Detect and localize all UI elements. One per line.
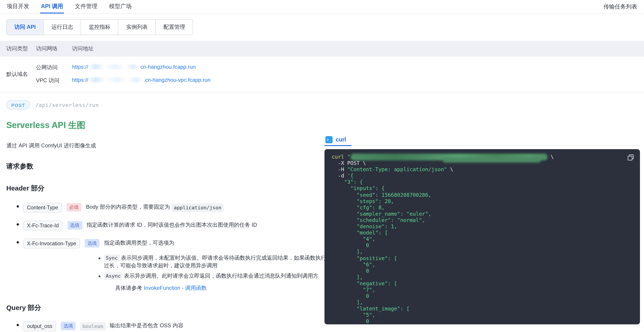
- code-token: \: [548, 154, 554, 160]
- option-desc: 表示同步调用，未配置时为该值。即请求会等待函数执行完成返回结果，如果函数执行时间…: [104, 255, 337, 269]
- curl-command: curl " \ -X POST \ -H "Content-Type: app…: [332, 153, 633, 324]
- url-prefix: https://: [72, 64, 88, 70]
- access-table-header: 访问类型 访问网络 访问地址: [0, 41, 644, 57]
- url-prefix: https://: [72, 77, 88, 83]
- nav-item-api-call[interactable]: API 调用: [41, 0, 63, 13]
- doc-content: POST /api/serverless/run Serverless API …: [0, 100, 342, 332]
- invoke-function-link[interactable]: InvokeFunction - 调用函数: [144, 285, 207, 291]
- inline-code: Sync: [104, 254, 120, 262]
- param-x-fc-trace-id: X-Fc-Trace-Id选填指定函数计算的请求 ID，同时该值也会作为出图本次…: [6, 221, 342, 230]
- nav-item-project-dev[interactable]: 项目开发: [7, 0, 29, 13]
- redacted-url-segment: [89, 77, 143, 82]
- http-method-badge: POST: [6, 100, 30, 110]
- optional-badge: 选填: [61, 322, 76, 330]
- transfer-task-list-link[interactable]: 传输任务列表: [604, 3, 637, 10]
- param-desc: 指定函数调用类型，可选项为: [104, 240, 174, 246]
- url-suffix: .cn-hangzhou-vpc.fcapp.run: [144, 77, 210, 83]
- optional-badge: 选填: [67, 221, 82, 229]
- query-params-list: output_oss选填boolean输出结果中是否包含 OSS 内容 outp…: [6, 321, 342, 332]
- param-x-fc-invocation-type: X-Fc-Invocation-Type选填指定函数调用类型，可选项为 Sync…: [6, 239, 342, 292]
- code-token: ": [347, 154, 350, 160]
- redacted-url-segment: [89, 64, 140, 69]
- code-token: curl: [332, 154, 347, 160]
- tab-config-management[interactable]: 配置管理: [156, 20, 193, 35]
- endpoint-path: /api/serverless/run: [35, 102, 99, 108]
- code-tab-label: curl: [336, 136, 346, 143]
- code-token: -H: [332, 166, 347, 172]
- tab-access-api[interactable]: 访问 API: [7, 20, 44, 35]
- query-section-heading: Query 部分: [6, 304, 342, 312]
- top-nav: 项目开发 API 调用 文件管理 模型广场 传输任务列表: [0, 0, 644, 14]
- tab-curl[interactable]: >_ curl: [324, 134, 352, 146]
- public-url-cell: https://cn-hangzhou.fcapp.run: [72, 61, 644, 74]
- vpc-network-cell: VPC 访问: [36, 74, 72, 87]
- option-sync: Sync 表示同步调用，未配置时为该值。即请求会等待函数执行完成返回结果，如果函…: [98, 254, 337, 270]
- vpc-access-url[interactable]: https://.cn-hangzhou-vpc.fcapp.run: [72, 77, 210, 83]
- nav-item-file-management[interactable]: 文件管理: [75, 0, 98, 13]
- code-token: -d: [332, 173, 347, 179]
- optional-badge: 选填: [85, 239, 100, 247]
- option-desc: 表示异步调用。此时请求会立即返回，函数执行结果会通过消息队列通知到调用方: [124, 273, 318, 279]
- access-table-body: 默认域名 公网访问 https://cn-hangzhou.fcapp.run …: [0, 57, 644, 93]
- col-access-network: 访问网络: [36, 41, 72, 57]
- page-description: 通过 API 调用 ComfyUI 进行图像生成: [6, 142, 342, 150]
- param-desc: Body 部分的内容类型，需要固定为: [86, 204, 170, 210]
- endpoint-line: POST /api/serverless/run: [6, 100, 342, 110]
- public-network-cell: 公网访问: [36, 61, 72, 74]
- copy-icon[interactable]: [627, 154, 634, 161]
- code-block: curl " \ -X POST \ -H "Content-Type: app…: [324, 149, 640, 324]
- param-name-chip: Content-Type: [23, 203, 62, 212]
- param-type: boolean: [80, 322, 106, 331]
- inline-code: application/json: [172, 203, 224, 212]
- api-tabstrip: 访问 API 运行日志 监控指标 实例列表 配置管理: [6, 19, 193, 35]
- inline-code: Async: [104, 272, 122, 280]
- terminal-icon: >_: [326, 136, 332, 143]
- code-token: '{: [347, 173, 354, 179]
- param-name-chip: X-Fc-Trace-Id: [23, 221, 63, 230]
- nav-item-model-plaza[interactable]: 模型广场: [109, 0, 132, 13]
- required-badge: 必填: [66, 203, 82, 211]
- tab-instance-list[interactable]: 实例列表: [118, 20, 156, 35]
- public-access-url[interactable]: https://cn-hangzhou.fcapp.run: [72, 64, 196, 70]
- code-token: "Content-Type: application/json": [347, 166, 447, 172]
- param-name-chip: output_oss: [23, 321, 56, 331]
- param-content-type: Content-Type必填Body 部分的内容类型，需要固定为 applica…: [6, 203, 342, 212]
- page: 项目开发 API 调用 文件管理 模型广场 传输任务列表 访问 API 运行日志…: [0, 0, 644, 332]
- redacted-endpoint-url: [350, 154, 548, 161]
- option-async: Async 表示异步调用。此时请求会立即返回，函数执行结果会通过消息队列通知到调…: [98, 272, 337, 280]
- page-title: Serverless API 生图: [6, 120, 342, 130]
- request-params-heading: 请求参数: [6, 162, 342, 171]
- col-access-type: 访问类型: [0, 41, 36, 57]
- code-json-body: "3": { "inputs": { "seed": 1566802087002…: [332, 179, 633, 324]
- param-name-chip: X-Fc-Invocation-Type: [23, 239, 80, 248]
- code-token: \: [447, 166, 453, 172]
- param-output-oss: output_oss选填boolean输出结果中是否包含 OSS 内容: [6, 321, 342, 331]
- tab-run-logs[interactable]: 运行日志: [44, 20, 81, 35]
- vpc-url-cell: https://.cn-hangzhou-vpc.fcapp.run: [72, 74, 644, 87]
- param-desc: 指定函数计算的请求 ID，同时该值也会作为出图本次出图使用的任务 ID: [87, 222, 257, 228]
- header-section-heading: Header 部分: [6, 184, 342, 193]
- default-domain-cell: 默认域名: [0, 61, 36, 87]
- code-tabbar: >_ curl: [324, 134, 640, 146]
- invocation-options-list: Sync 表示同步调用，未配置时为该值。即请求会等待函数执行完成返回结果，如果函…: [98, 254, 337, 280]
- url-suffix: cn-hangzhou.fcapp.run: [140, 64, 196, 70]
- header-params-list: Content-Type必填Body 部分的内容类型，需要固定为 applica…: [6, 203, 342, 292]
- reference-line: 具体请参考 InvokeFunction - 调用函数: [115, 284, 342, 292]
- col-access-address: 访问地址: [72, 41, 644, 57]
- tab-monitor-metrics[interactable]: 监控指标: [81, 20, 118, 35]
- reference-prefix: 具体请参考: [115, 285, 144, 291]
- access-table: 访问类型 访问网络 访问地址 默认域名 公网访问 https://cn-hang…: [0, 41, 644, 93]
- code-panel: >_ curl curl " \ -X POST \ -H "Content-T…: [324, 134, 640, 324]
- param-desc: 输出结果中是否包含 OSS 内容: [110, 322, 184, 329]
